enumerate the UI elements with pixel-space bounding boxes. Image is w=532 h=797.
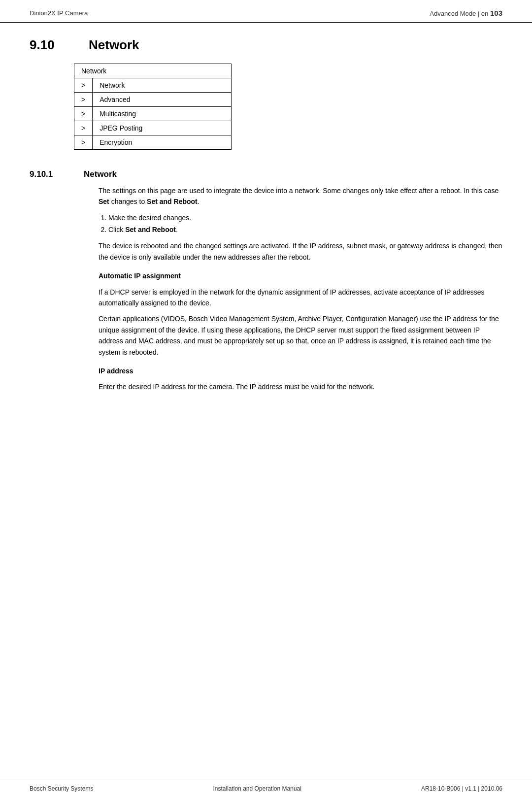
para-auto-ip-2: Certain applications (VIDOS, Bosch Video… (99, 313, 502, 358)
footer-left: Bosch Security Systems (30, 785, 93, 792)
header-page-number: 103 (490, 9, 502, 17)
subsection-9-10-1: 9.10.1 Network The settings on this page… (30, 169, 502, 393)
main-content: 9.10 Network Network >Network>Advanced>M… (0, 23, 532, 446)
bold-set-reboot: Set and Reboot (147, 198, 198, 205)
subsection-body: The settings on this page are used to in… (99, 185, 502, 393)
table-row: >Encryption (74, 135, 232, 150)
subsection-title-row: 9.10.1 Network (30, 169, 502, 179)
table-row: >JPEG Posting (74, 121, 232, 135)
table-arrow: > (74, 135, 93, 150)
steps-list: Make the desired changes. Click Set and … (108, 212, 502, 236)
step-2-end: . (176, 226, 178, 233)
footer-right: AR18-10-B006 | v1.1 | 2010.06 (421, 785, 502, 792)
subsection-heading: Network (84, 169, 117, 179)
table-label: JPEG Posting (93, 121, 232, 135)
intro-paragraph: The settings on this page are used to in… (99, 185, 502, 207)
table-header: Network (74, 64, 232, 78)
step-1: Make the desired changes. (108, 212, 502, 224)
table-row: >Multicasting (74, 107, 232, 121)
page-footer: Bosch Security Systems Installation and … (0, 780, 532, 797)
step-2-text: Click (108, 226, 125, 233)
nav-table: Network >Network>Advanced>Multicasting>J… (74, 64, 232, 150)
table-row: >Advanced (74, 93, 232, 107)
table-label: Encryption (93, 135, 232, 150)
bold-set: Set (99, 198, 109, 205)
intro-text-1: The settings on this page are used to in… (99, 187, 499, 195)
intro-text-3: . (198, 198, 200, 205)
para-after-steps: The device is rebooted and the changed s… (99, 240, 502, 263)
intro-text-2: changes to (109, 198, 147, 205)
subsection-number: 9.10.1 (30, 169, 74, 179)
table-arrow: > (74, 107, 93, 121)
subheading-ip-address: IP address (99, 365, 502, 376)
header-mode-page: Advanced Mode | en 103 (430, 9, 502, 17)
para-auto-ip-1: If a DHCP server is employed in the netw… (99, 287, 502, 309)
subheading-auto-ip: Automatic IP assignment (99, 270, 502, 281)
section-heading: Network (89, 37, 139, 53)
table-arrow: > (74, 93, 93, 107)
table-label: Network (93, 78, 232, 93)
page-container: Dinion2X IP Camera Advanced Mode | en 10… (0, 0, 532, 797)
table-label: Multicasting (93, 107, 232, 121)
para-ip-address: Enter the desired IP address for the cam… (99, 381, 502, 392)
page-header: Dinion2X IP Camera Advanced Mode | en 10… (0, 0, 532, 23)
footer-center: Installation and Operation Manual (213, 785, 301, 792)
step-2: Click Set and Reboot. (108, 224, 502, 236)
header-mode: Advanced Mode | en (430, 10, 488, 17)
table-label: Advanced (93, 93, 232, 107)
table-arrow: > (74, 78, 93, 93)
section-title-row: 9.10 Network (30, 37, 502, 53)
section-number: 9.10 (30, 37, 74, 53)
table-row: >Network (74, 78, 232, 93)
step-2-bold: Set and Reboot (125, 226, 176, 233)
header-product-name: Dinion2X IP Camera (30, 9, 88, 17)
table-arrow: > (74, 121, 93, 135)
